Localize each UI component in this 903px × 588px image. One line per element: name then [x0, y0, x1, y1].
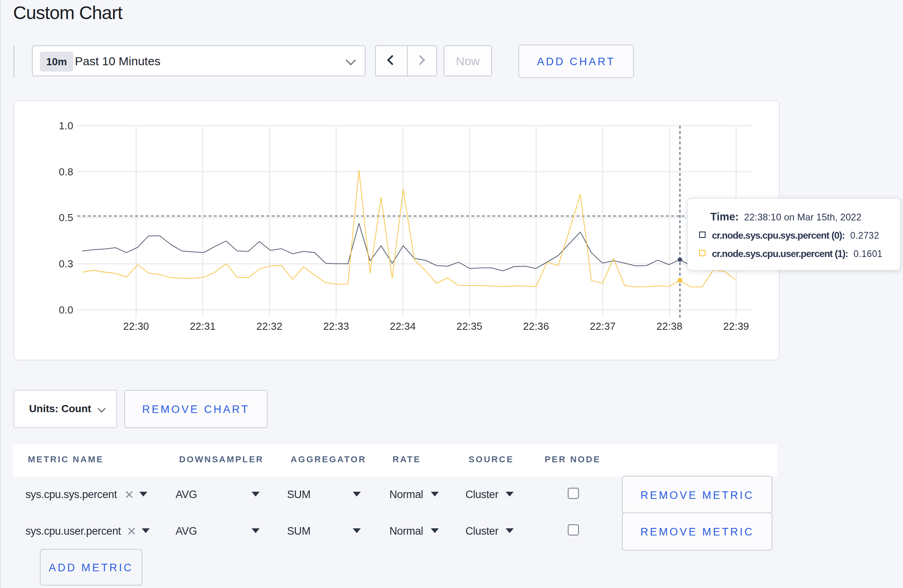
- svg-text:0.5: 0.5: [59, 212, 73, 224]
- svg-text:0.0: 0.0: [59, 304, 73, 316]
- svg-text:0.3: 0.3: [59, 258, 73, 270]
- svg-text:22:36: 22:36: [523, 320, 549, 332]
- svg-text:0.8: 0.8: [59, 166, 73, 178]
- svg-text:22:38: 22:38: [657, 320, 682, 332]
- svg-text:1.0: 1.0: [59, 120, 73, 132]
- svg-text:22:31: 22:31: [190, 320, 216, 332]
- svg-text:22:33: 22:33: [323, 320, 349, 332]
- svg-text:22:35: 22:35: [456, 320, 482, 332]
- svg-text:22:30: 22:30: [123, 320, 149, 332]
- svg-text:22:32: 22:32: [256, 320, 282, 332]
- svg-text:22:39: 22:39: [723, 320, 749, 332]
- svg-text:22:37: 22:37: [590, 320, 616, 332]
- svg-text:22:34: 22:34: [390, 320, 416, 332]
